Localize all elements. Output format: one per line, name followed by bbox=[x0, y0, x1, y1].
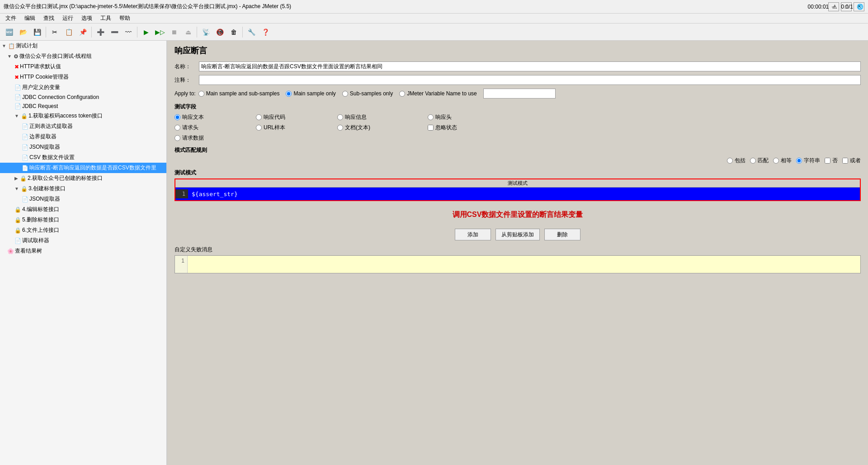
radio-request-data[interactable] bbox=[175, 135, 180, 141]
stop-button[interactable]: ⏹ bbox=[168, 26, 180, 38]
tree-item-regex-extractor[interactable]: 📄 正则表达式提取器 bbox=[0, 121, 166, 132]
radio-string[interactable] bbox=[796, 158, 802, 164]
shutdown-button[interactable]: ⏏ bbox=[182, 26, 194, 38]
radio-response-code[interactable] bbox=[256, 114, 262, 120]
radio-main-sub-input[interactable] bbox=[198, 91, 204, 97]
add-button[interactable]: ➕ bbox=[94, 26, 107, 38]
radio-equals[interactable] bbox=[773, 158, 779, 164]
radio-response-text[interactable] bbox=[175, 114, 180, 120]
tree-item-http-cookie[interactable]: ✖ HTTP Cookie管理器 bbox=[0, 72, 166, 82]
pattern-contains[interactable]: 包括 bbox=[727, 157, 745, 164]
menu-tools[interactable]: 工具 bbox=[97, 14, 115, 23]
help-button[interactable]: ❓ bbox=[259, 26, 272, 38]
radio-sub-only[interactable]: Sub-samples only bbox=[342, 90, 393, 97]
menu-edit[interactable]: 编辑 bbox=[21, 14, 39, 23]
name-input[interactable] bbox=[199, 61, 861, 71]
tree-item-response-assertion[interactable]: 📄 响应断言-断言响应返回的数据是否跟CSV数据文件里 bbox=[0, 163, 166, 173]
field-document-text[interactable]: 文档(文本) bbox=[337, 124, 428, 132]
radio-contains[interactable] bbox=[727, 158, 733, 164]
tree-item-jdbc-config[interactable]: 📄 JDBC Connection Configuration bbox=[0, 93, 166, 102]
tree-item-debug-sampler[interactable]: 📄 调试取样器 bbox=[0, 235, 166, 246]
check-or[interactable] bbox=[842, 158, 848, 164]
clear-all[interactable]: 🗑 bbox=[227, 26, 240, 38]
tree-item-api-3[interactable]: ▼ 🔒 3.创建标签接口 bbox=[0, 183, 166, 194]
tree-item-user-vars[interactable]: 📄 用户定义的变量 bbox=[0, 82, 166, 93]
tree-item-border-extractor[interactable]: 📄 边界提取器 bbox=[0, 132, 166, 142]
code-line-1[interactable]: 1 ${assert_str} bbox=[175, 188, 860, 200]
paste-button[interactable]: 📌 bbox=[76, 26, 89, 38]
radio-main-sub[interactable]: Main sample and sub-samples bbox=[198, 90, 280, 97]
tree-item-jdbc-request[interactable]: 📄 JDBC Request bbox=[0, 102, 166, 111]
tree-item-api-1[interactable]: ▼ 🔒 1.获取鉴权码access token接口 bbox=[0, 111, 166, 121]
radio-response-header[interactable] bbox=[428, 114, 434, 120]
expand-button[interactable]: 〰 bbox=[122, 26, 135, 38]
open-button[interactable]: 📂 bbox=[17, 26, 29, 38]
fail-content[interactable] bbox=[188, 256, 860, 273]
pattern-equals[interactable]: 相等 bbox=[773, 157, 792, 164]
radio-main-only-input[interactable] bbox=[286, 91, 292, 97]
paste-add-button[interactable]: 从剪贴板添加 bbox=[495, 229, 540, 240]
menu-file[interactable]: 文件 bbox=[2, 14, 20, 23]
check-ignore-status[interactable] bbox=[428, 125, 434, 131]
tree-item-json-extractor[interactable]: 📄 JSON提取器 bbox=[0, 142, 166, 152]
label-request-data: 请求数据 bbox=[182, 134, 204, 142]
tree-item-test-plan[interactable]: ▼ 📋 测试计划 bbox=[0, 41, 166, 51]
toggle-api-3[interactable]: ▼ bbox=[14, 186, 19, 191]
field-request-data[interactable]: 请求数据 bbox=[175, 134, 256, 142]
radio-sub-only-input[interactable] bbox=[342, 91, 348, 97]
field-response-message[interactable]: 响应信息 bbox=[337, 113, 428, 121]
tree-item-csv-settings[interactable]: 📄 CSV 数据文件设置 bbox=[0, 152, 166, 163]
field-request-header[interactable]: 请求头 bbox=[175, 124, 256, 132]
field-url-sample[interactable]: URL样本 bbox=[256, 124, 337, 132]
tree-item-wechat-group[interactable]: ▼ ⚙ 微信公众平台接口测试-线程组 bbox=[0, 51, 166, 61]
new-button[interactable]: 🆕 bbox=[3, 26, 15, 38]
radio-response-message[interactable] bbox=[337, 114, 343, 120]
field-ignore-status[interactable]: 忽略状态 bbox=[428, 124, 509, 132]
cut-button[interactable]: ✂ bbox=[48, 26, 61, 38]
radio-jmeter-var[interactable]: JMeter Variable Name to use bbox=[399, 90, 477, 97]
tree-item-api-4[interactable]: 🔒 4.编辑标签接口 bbox=[0, 204, 166, 215]
pattern-or[interactable]: 或者 bbox=[842, 157, 861, 164]
remote-stop[interactable]: 📵 bbox=[213, 26, 226, 38]
start-button[interactable]: ▶ bbox=[140, 26, 152, 38]
toggle-wechat-group[interactable]: ▼ bbox=[7, 54, 12, 59]
tree-item-json-extractor-3[interactable]: 📄 JSON提取器 bbox=[0, 194, 166, 204]
toggle-api-2[interactable]: ▶ bbox=[14, 176, 18, 181]
remote-start[interactable]: 📡 bbox=[199, 26, 212, 38]
radio-request-header[interactable] bbox=[175, 125, 180, 131]
copy-button[interactable]: 📋 bbox=[62, 26, 75, 38]
pattern-not[interactable]: 否 bbox=[825, 157, 838, 164]
func-helper[interactable]: 🔧 bbox=[245, 26, 258, 38]
remove-button[interactable]: ➖ bbox=[108, 26, 121, 38]
toggle-api-1[interactable]: ▼ bbox=[14, 113, 19, 118]
tree-item-api-2[interactable]: ▶ 🔒 2.获取公众号已创建的标签接口 bbox=[0, 173, 166, 183]
menu-find[interactable]: 查找 bbox=[40, 14, 58, 23]
delete-button[interactable]: 删除 bbox=[544, 229, 580, 240]
radio-matches[interactable] bbox=[750, 158, 756, 164]
field-response-code[interactable]: 响应代码 bbox=[256, 113, 337, 121]
pattern-string[interactable]: 字符串 bbox=[796, 157, 820, 164]
menu-options[interactable]: 选项 bbox=[78, 14, 96, 23]
field-response-header[interactable]: 响应头 bbox=[428, 113, 509, 121]
field-response-text[interactable]: 响应文本 bbox=[175, 113, 256, 121]
check-not[interactable] bbox=[825, 158, 830, 164]
tree-item-http-defaults[interactable]: ✖ HTTP请求默认值 bbox=[0, 61, 166, 72]
tree-item-view-results[interactable]: 🌸 查看结果树 bbox=[0, 246, 166, 256]
notes-input[interactable] bbox=[199, 75, 861, 85]
radio-document-text[interactable] bbox=[337, 125, 343, 131]
menu-help[interactable]: 帮助 bbox=[116, 14, 134, 23]
fail-message-editor[interactable]: 1 bbox=[175, 255, 861, 273]
tree-item-api-5[interactable]: 🔒 5.删除标签接口 bbox=[0, 215, 166, 225]
radio-main-only[interactable]: Main sample only bbox=[286, 90, 335, 97]
tree-item-api-6[interactable]: 🔒 6.文件上传接口 bbox=[0, 225, 166, 235]
jmeter-var-input[interactable] bbox=[483, 89, 556, 99]
toggle-test-plan[interactable]: ▼ bbox=[2, 43, 6, 48]
add-button[interactable]: 添加 bbox=[455, 229, 491, 240]
label-response-text: 响应文本 bbox=[182, 113, 204, 121]
start-no-pause-button[interactable]: ▶▷ bbox=[154, 26, 166, 38]
radio-url-sample[interactable] bbox=[256, 125, 262, 131]
menu-run[interactable]: 运行 bbox=[59, 14, 77, 23]
radio-jmeter-var-input[interactable] bbox=[399, 91, 405, 97]
pattern-matches[interactable]: 匹配 bbox=[750, 157, 769, 164]
save-button[interactable]: 💾 bbox=[31, 26, 43, 38]
